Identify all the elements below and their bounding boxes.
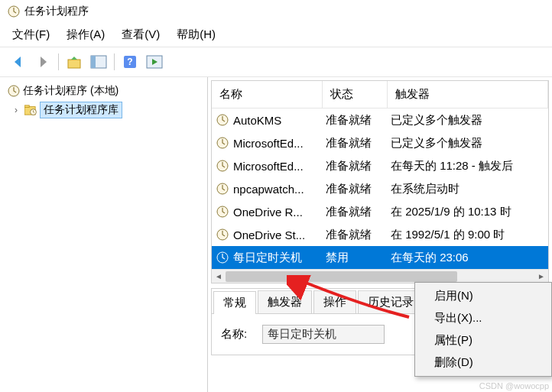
task-name: OneDrive R...	[233, 206, 303, 219]
task-status: 准备就绪	[323, 136, 388, 151]
task-status: 禁用	[323, 251, 388, 265]
context-properties[interactable]: 属性(P)	[417, 329, 549, 352]
task-name: 每日定时关机	[233, 251, 302, 265]
clock-icon	[216, 183, 229, 195]
up-button[interactable]	[62, 50, 86, 73]
folder-clock-icon	[24, 105, 37, 115]
list-header: 名称 状态 触发器	[212, 81, 548, 109]
task-status: 准备就绪	[323, 205, 388, 219]
tree-library[interactable]: › 任务计划程序库	[6, 100, 204, 120]
tab-general[interactable]: 常规	[213, 291, 256, 314]
clock-icon	[216, 228, 229, 241]
task-trigger: 在 1992/5/1 的 9:00 时	[388, 228, 548, 242]
tree-library-label: 任务计划程序库	[40, 102, 122, 118]
tree-pane: 任务计划程序 (本地) › 任务计划程序库	[0, 77, 208, 392]
task-name: npcapwatch...	[233, 183, 304, 196]
task-rows: AutoKMS准备就绪已定义多个触发器MicrosoftEd...准备就绪已定义…	[212, 109, 548, 269]
task-name: MicrosoftEd...	[233, 137, 304, 150]
task-row[interactable]: OneDrive St...准备就绪在 1992/5/1 的 9:00 时	[212, 223, 548, 246]
svg-rect-9	[24, 105, 29, 108]
name-label: 名称:	[221, 327, 247, 342]
context-export[interactable]: 导出(X)...	[417, 307, 549, 329]
context-enable[interactable]: 启用(N)	[417, 285, 549, 307]
task-trigger: 已定义多个触发器	[388, 113, 548, 128]
scroll-right-icon[interactable]: ►	[534, 270, 548, 283]
menu-help[interactable]: 帮助(H)	[177, 28, 216, 42]
task-trigger: 在每天的 11:28 - 触发后	[388, 159, 548, 173]
task-trigger: 在每天的 23:06	[388, 251, 548, 265]
task-status: 准备就绪	[323, 228, 388, 242]
task-row[interactable]: MicrosoftEd...准备就绪已定义多个触发器	[212, 131, 548, 154]
task-status: 准备就绪	[323, 182, 388, 196]
task-status: 准备就绪	[323, 113, 388, 128]
task-list: 名称 状态 触发器 AutoKMS准备就绪已定义多个触发器MicrosoftEd…	[211, 80, 549, 283]
toolbar: ?	[0, 47, 552, 77]
tree-root[interactable]: 任务计划程序 (本地)	[3, 82, 204, 100]
clock-icon	[216, 114, 229, 126]
back-button[interactable]	[6, 50, 31, 73]
clock-icon	[216, 251, 229, 264]
context-delete[interactable]: 删除(D)	[417, 352, 549, 374]
svg-rect-1	[68, 60, 80, 68]
task-row[interactable]: MicrosoftEd...准备就绪在每天的 11:28 - 触发后	[212, 154, 548, 177]
task-row[interactable]: OneDrive R...准备就绪在 2025/1/9 的 10:13 时	[212, 200, 548, 223]
clock-icon	[8, 85, 20, 97]
scroll-left-icon[interactable]: ◄	[212, 270, 226, 283]
pane-button[interactable]	[86, 50, 111, 73]
toolbar-separator	[114, 53, 115, 70]
task-row[interactable]: npcapwatch...准备就绪在系统启动时	[212, 177, 548, 200]
task-row[interactable]: 每日定时关机禁用在每天的 23:06	[212, 246, 548, 269]
watermark: CSDN @wowocpp	[479, 381, 549, 390]
name-input[interactable]	[262, 325, 385, 344]
window-titlebar: 任务计划程序	[0, 0, 552, 23]
tree-root-label: 任务计划程序 (本地)	[23, 84, 119, 98]
expander-icon[interactable]: ›	[11, 105, 21, 115]
task-status: 准备就绪	[323, 159, 388, 173]
task-trigger: 已定义多个触发器	[388, 136, 548, 151]
toolbar-separator	[58, 53, 59, 70]
menu-file[interactable]: 文件(F)	[12, 28, 50, 42]
arrow-annotation-left	[287, 275, 417, 321]
help-button[interactable]: ?	[118, 50, 142, 73]
context-menu: 启用(N) 导出(X)... 属性(P) 删除(D)	[414, 282, 552, 377]
clock-icon	[216, 137, 229, 149]
column-name[interactable]: 名称	[212, 81, 323, 108]
svg-rect-3	[91, 56, 96, 68]
run-button[interactable]	[142, 50, 167, 73]
task-name: AutoKMS	[233, 114, 281, 127]
menubar: 文件(F) 操作(A) 查看(V) 帮助(H)	[0, 23, 552, 47]
menu-action[interactable]: 操作(A)	[67, 28, 105, 42]
column-trigger[interactable]: 触发器	[388, 81, 548, 108]
column-status[interactable]: 状态	[323, 81, 388, 108]
task-trigger: 在系统启动时	[388, 182, 548, 196]
window-title: 任务计划程序	[24, 5, 89, 18]
clock-icon	[216, 160, 229, 172]
clock-icon	[216, 206, 229, 218]
task-trigger: 在 2025/1/9 的 10:13 时	[388, 205, 548, 219]
task-name: MicrosoftEd...	[233, 160, 304, 173]
clock-icon	[8, 5, 20, 18]
menu-view[interactable]: 查看(V)	[122, 28, 160, 42]
forward-button[interactable]	[31, 50, 55, 73]
task-name: OneDrive St...	[233, 228, 305, 241]
svg-text:?: ?	[127, 57, 132, 67]
task-row[interactable]: AutoKMS准备就绪已定义多个触发器	[212, 109, 548, 131]
